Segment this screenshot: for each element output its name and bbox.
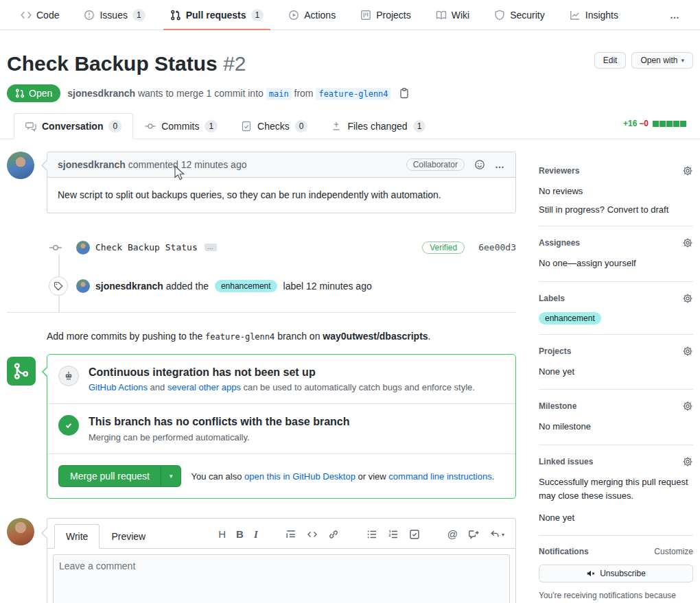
merge-status-box: Continuous integration has not been set … — [47, 354, 516, 499]
code-icon[interactable] — [307, 529, 318, 540]
tab-preview[interactable]: Preview — [100, 524, 157, 549]
gear-icon[interactable] — [682, 456, 693, 467]
link-icon[interactable] — [328, 529, 339, 540]
pull-request-icon — [170, 10, 181, 21]
task-list-icon[interactable] — [409, 529, 420, 540]
ci-section: Continuous integration has not been set … — [47, 355, 515, 404]
graph-icon — [570, 10, 581, 21]
open-with-label: Open with — [640, 56, 677, 65]
italic-icon[interactable]: I — [254, 529, 258, 540]
alt-text2: or view — [355, 471, 388, 482]
heading-icon[interactable]: H — [218, 529, 226, 540]
comment-author-avatar[interactable] — [7, 152, 34, 179]
merge-pull-request-button[interactable]: Merge pull request — [58, 465, 161, 487]
alt-period: . — [492, 471, 495, 482]
comment-textarea[interactable] — [53, 554, 510, 603]
notifications-note: You're receiving notifications because y… — [539, 589, 693, 603]
commit-sha-link[interactable]: 6ee00d3 — [478, 242, 516, 252]
tab-write[interactable]: Write — [54, 524, 100, 549]
nav-label: Security — [510, 10, 545, 21]
diffstat-deletions: −0 — [639, 119, 649, 128]
gear-icon[interactable] — [682, 293, 693, 304]
quote-icon[interactable] — [285, 529, 296, 540]
nav-item-wiki[interactable]: Wiki — [429, 0, 476, 29]
comment-timestamp[interactable]: commented 12 minutes ago — [126, 159, 247, 170]
github-desktop-link[interactable]: open this in GitHub Desktop — [244, 471, 355, 482]
comment-kebab-icon[interactable]: … — [495, 159, 505, 170]
label-event-avatar[interactable] — [76, 279, 90, 293]
diffstat-additions: +16 — [623, 119, 637, 128]
pr-author-link[interactable]: sjonesdkranch — [67, 88, 135, 99]
tab-files-changed[interactable]: Files changed 1 — [319, 113, 437, 139]
cross-reference-icon[interactable] — [468, 529, 479, 540]
tab-checks[interactable]: Checks 0 — [229, 113, 319, 139]
nav-item-insights[interactable]: Insights — [563, 0, 625, 29]
nav-overflow-kebab-icon[interactable]: … — [664, 7, 686, 23]
customize-link[interactable]: Customize — [654, 547, 693, 556]
github-actions-link[interactable]: GitHub Actions — [89, 382, 148, 392]
issue-icon — [84, 10, 95, 21]
tab-commits[interactable]: Commits 1 — [133, 113, 229, 139]
emoji-reaction-icon[interactable] — [474, 159, 485, 170]
bold-icon[interactable]: B — [236, 529, 244, 540]
head-branch-pill[interactable]: feature-glenn4 — [316, 88, 390, 100]
tag-icon — [49, 276, 68, 296]
nav-item-security[interactable]: Security — [487, 0, 552, 29]
diffstat[interactable]: +16 −0 — [623, 119, 686, 132]
repo-nav: Code Issues 1 Pull requests 1 Actions Pr… — [0, 0, 700, 30]
gear-icon[interactable] — [682, 346, 693, 357]
nav-label: Wiki — [452, 10, 469, 21]
pr-tabbar: Conversation 0 Commits 1 Checks 0 Files … — [0, 113, 700, 139]
mention-icon[interactable]: @ — [447, 529, 458, 540]
commit-expand-icon[interactable]: … — [205, 244, 217, 251]
saved-replies-icon[interactable]: ▾ — [489, 529, 504, 540]
gear-icon[interactable] — [682, 237, 693, 248]
edit-button[interactable]: Edit — [594, 52, 627, 69]
base-branch-pill[interactable]: main — [266, 88, 292, 100]
convert-to-draft-link[interactable]: Convert to draft — [607, 204, 669, 215]
nav-item-issues[interactable]: Issues 1 — [77, 0, 152, 29]
copy-branch-clipboard-icon[interactable] — [399, 88, 409, 99]
sidebar-section-projects: Projects None yet — [539, 335, 693, 390]
enhancement-label-pill[interactable]: enhancement — [539, 312, 601, 324]
push-hint: Add more commits by pushing to the featu… — [47, 331, 516, 342]
sidebar-section-notifications: NotificationsCustomize Unsubscribe You'r… — [539, 536, 693, 603]
commit-icon — [145, 121, 156, 132]
sidebar-section-linked-issues: Linked issues Successfully merging this … — [539, 445, 693, 536]
comment-box: sjonesdkranch commented 12 minutes ago C… — [47, 152, 516, 213]
enhancement-label-pill[interactable]: enhancement — [215, 280, 277, 292]
other-apps-link[interactable]: several other apps — [167, 382, 241, 392]
unsubscribe-button[interactable]: Unsubscribe — [539, 565, 693, 582]
numbered-list-icon[interactable] — [388, 529, 399, 540]
nav-item-actions[interactable]: Actions — [281, 0, 342, 29]
assign-yourself-link[interactable]: assign yourself — [576, 258, 636, 268]
tab-conversation[interactable]: Conversation 0 — [14, 113, 133, 139]
nav-label: Projects — [376, 10, 411, 21]
commit-author-avatar[interactable] — [76, 241, 90, 255]
merge-sentence: sjonesdkranch wants to merge 1 commit in… — [67, 88, 390, 99]
timeline: Check Backup Status … Verified 6ee00d3 s… — [7, 241, 516, 312]
nav-item-pull-requests[interactable]: Pull requests 1 — [163, 0, 271, 29]
current-user-avatar[interactable] — [7, 518, 34, 545]
ci-title: Continuous integration has not been set … — [89, 366, 475, 380]
chevron-down-icon: ▾ — [170, 473, 173, 480]
nav-item-code[interactable]: Code — [14, 0, 66, 29]
label-event-author-link[interactable]: sjonesdkranch — [95, 281, 163, 292]
merge-options-dropdown[interactable]: ▾ — [161, 465, 182, 487]
github-app-badge — [7, 357, 36, 386]
issues-counter: 1 — [132, 9, 145, 21]
gear-icon[interactable] — [682, 165, 693, 176]
open-with-button[interactable]: Open with ▾ — [631, 52, 693, 69]
command-line-link[interactable]: command line instructions — [388, 471, 491, 482]
comment-author-link[interactable]: sjonesdkranch — [58, 159, 126, 170]
push-hint-text2: branch on — [275, 331, 323, 342]
verified-badge[interactable]: Verified — [422, 241, 465, 254]
label-event-suffix: label 12 minutes ago — [281, 281, 372, 292]
bullet-list-icon[interactable] — [366, 529, 377, 540]
commit-message-link[interactable]: Check Backup Status — [95, 242, 198, 252]
gear-icon[interactable] — [682, 401, 693, 412]
projects-icon — [360, 10, 371, 21]
unsubscribe-label: Unsubscribe — [600, 569, 646, 578]
nav-item-projects[interactable]: Projects — [353, 0, 418, 29]
checklist-icon — [241, 121, 252, 132]
